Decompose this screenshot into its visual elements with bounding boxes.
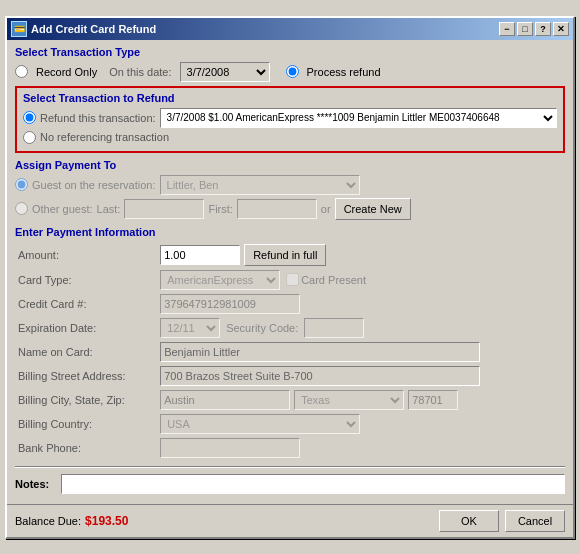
select-transaction-label: Select Transaction to Refund	[23, 92, 557, 104]
record-only-radio[interactable]	[15, 65, 28, 78]
name-on-card-input[interactable]	[160, 342, 480, 362]
billing-address-row: Billing Street Address:	[15, 364, 565, 388]
balance-amount: $193.50	[85, 514, 128, 528]
content: Select Transaction Type Record Only On t…	[7, 40, 573, 504]
close-button[interactable]: ✕	[553, 22, 569, 36]
billing-country-row: Billing Country: USA	[15, 412, 565, 436]
on-date-label: On this date:	[109, 66, 171, 78]
date-select[interactable]: 3/7/2008	[180, 62, 270, 82]
billing-city-cell: Texas	[157, 388, 565, 412]
amount-row: Amount: Refund in full	[15, 242, 565, 268]
refund-transaction-row: Refund this transaction: 3/7/2008 $1.00 …	[23, 108, 557, 128]
window-icon: 💳	[11, 21, 27, 37]
process-refund-label: Process refund	[307, 66, 381, 78]
country-select[interactable]: USA	[160, 414, 360, 434]
bottom-bar: Balance Due: $193.50 OK Cancel	[7, 504, 573, 537]
credit-card-row: Credit Card #:	[15, 292, 565, 316]
credit-card-cell	[157, 292, 565, 316]
first-label: First:	[208, 203, 232, 215]
no-reference-radio[interactable]	[23, 131, 36, 144]
bank-phone-row: Bank Phone:	[15, 436, 565, 460]
exp-select[interactable]: 12/11	[160, 318, 220, 338]
transaction-type-row: Record Only On this date: 3/7/2008 Proce…	[15, 62, 565, 82]
divider	[15, 466, 565, 468]
bank-phone-cell	[157, 436, 565, 460]
last-label: Last:	[97, 203, 121, 215]
exp-label: Expiration Date:	[15, 316, 157, 340]
notes-label: Notes:	[15, 478, 55, 490]
refund-transaction-select[interactable]: 3/7/2008 $1.00 AmericanExpress ****1009 …	[160, 108, 557, 128]
no-reference-label: No referencing transaction	[40, 131, 169, 143]
minimize-button[interactable]: −	[499, 22, 515, 36]
record-only-label: Record Only	[36, 66, 97, 78]
title-bar-left: 💳 Add Credit Card Refund	[11, 21, 156, 37]
ok-button[interactable]: OK	[439, 510, 499, 532]
security-code-input[interactable]	[304, 318, 364, 338]
first-name-input[interactable]	[237, 199, 317, 219]
guest-on-reservation-label: Guest on the reservation:	[32, 179, 156, 191]
amount-cell: Refund in full	[157, 242, 565, 268]
billing-address-cell	[157, 364, 565, 388]
help-button[interactable]: ?	[535, 22, 551, 36]
credit-card-label: Credit Card #:	[15, 292, 157, 316]
other-guest-row: Other guest: Last: First: or Create New	[15, 198, 565, 220]
exp-cell: 12/11 Security Code:	[157, 316, 565, 340]
guest-select[interactable]: Littler, Ben	[160, 175, 360, 195]
refund-transaction-radio[interactable]	[23, 111, 36, 124]
billing-city-row: Billing City, State, Zip: Texas	[15, 388, 565, 412]
create-new-button[interactable]: Create New	[335, 198, 411, 220]
select-transaction-type-label: Select Transaction Type	[15, 46, 565, 58]
assign-payment-label: Assign Payment To	[15, 159, 565, 171]
last-name-input[interactable]	[124, 199, 204, 219]
balance-due-label: Balance Due:	[15, 515, 81, 527]
process-refund-radio[interactable]	[286, 65, 299, 78]
guest-reservation-radio[interactable]	[15, 178, 28, 191]
billing-address-label: Billing Street Address:	[15, 364, 157, 388]
credit-card-input[interactable]	[160, 294, 300, 314]
billing-country-label: Billing Country:	[15, 412, 157, 436]
select-transaction-section: Select Transaction to Refund Refund this…	[15, 86, 565, 153]
window-title: Add Credit Card Refund	[31, 23, 156, 35]
notes-input[interactable]	[61, 474, 565, 494]
exp-row: Expiration Date: 12/11 Security Code:	[15, 316, 565, 340]
billing-country-cell: USA	[157, 412, 565, 436]
other-guest-radio[interactable]	[15, 202, 28, 215]
title-buttons: − □ ? ✕	[499, 22, 569, 36]
card-type-cell: AmericanExpress Card Present	[157, 268, 565, 292]
bank-phone-input[interactable]	[160, 438, 300, 458]
card-type-label: Card Type:	[15, 268, 157, 292]
name-row: Name on Card:	[15, 340, 565, 364]
name-on-card-label: Name on Card:	[15, 340, 157, 364]
or-label: or	[321, 203, 331, 215]
bank-phone-label: Bank Phone:	[15, 436, 157, 460]
billing-zip-input[interactable]	[408, 390, 458, 410]
billing-address-input[interactable]	[160, 366, 480, 386]
enter-payment-label: Enter Payment Information	[15, 226, 565, 238]
main-window: 💳 Add Credit Card Refund − □ ? ✕ Select …	[5, 16, 575, 539]
refund-full-button[interactable]: Refund in full	[244, 244, 326, 266]
payment-form-table: Amount: Refund in full Card Type: Americ…	[15, 242, 565, 460]
amount-input[interactable]	[160, 245, 240, 265]
state-select[interactable]: Texas	[294, 390, 404, 410]
card-type-select[interactable]: AmericanExpress	[160, 270, 280, 290]
title-bar: 💳 Add Credit Card Refund − □ ? ✕	[7, 18, 573, 40]
maximize-button[interactable]: □	[517, 22, 533, 36]
billing-city-input[interactable]	[160, 390, 290, 410]
other-guest-label: Other guest:	[32, 203, 93, 215]
notes-section: Notes:	[15, 474, 565, 494]
security-code-label: Security Code:	[226, 322, 298, 334]
card-present-label: Card Present	[301, 274, 366, 286]
billing-city-label: Billing City, State, Zip:	[15, 388, 157, 412]
name-cell	[157, 340, 565, 364]
no-ref-row: No referencing transaction	[23, 131, 557, 144]
guest-row: Guest on the reservation: Littler, Ben	[15, 175, 565, 195]
amount-label: Amount:	[15, 242, 157, 268]
card-present-checkbox[interactable]	[286, 273, 299, 286]
card-type-row: Card Type: AmericanExpress Card Present	[15, 268, 565, 292]
bottom-buttons: OK Cancel	[439, 510, 565, 532]
cancel-button[interactable]: Cancel	[505, 510, 565, 532]
balance-due-section: Balance Due: $193.50	[15, 514, 128, 528]
refund-transaction-text: Refund this transaction:	[40, 112, 156, 124]
